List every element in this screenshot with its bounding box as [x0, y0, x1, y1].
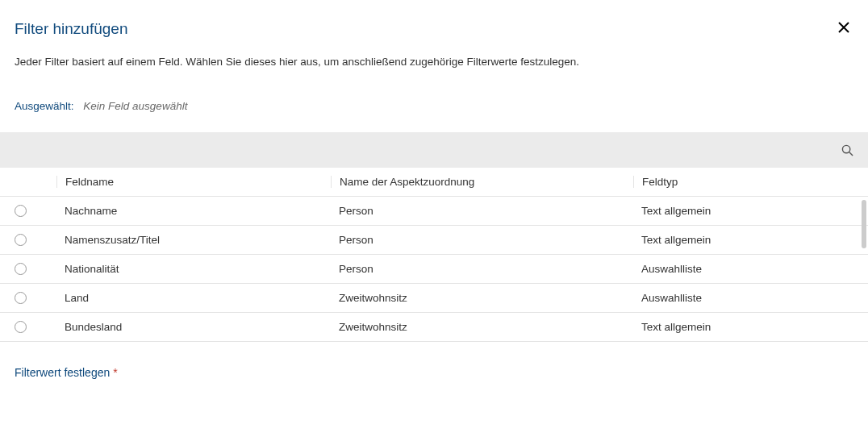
header-aspect: Name der Aspektzuordnung	[331, 176, 633, 188]
header-name: Feldname	[56, 176, 331, 188]
table-row[interactable]: Nachname Person Text allgemein	[0, 197, 868, 226]
cell-aspect: Zweitwohnsitz	[331, 292, 633, 304]
table-row[interactable]: Nationalität Person Auswahlliste	[0, 255, 868, 284]
table-header-row: Feldname Name der Aspektzuordnung Feldty…	[0, 168, 868, 197]
cell-type: Text allgemein	[633, 234, 868, 246]
header-radio-col	[0, 176, 56, 188]
scrollbar[interactable]	[862, 200, 866, 248]
radio-select[interactable]	[15, 205, 27, 217]
dialog-header: Filter hinzufügen	[0, 0, 868, 48]
search-bar[interactable]	[0, 132, 868, 168]
selection-label: Ausgewählt:	[15, 100, 74, 112]
selection-row: Ausgewählt: Kein Feld ausgewählt	[0, 92, 868, 132]
cell-type: Auswahlliste	[633, 292, 868, 304]
section-filterwert: Filterwert festlegen *	[0, 342, 868, 387]
selection-value: Kein Feld ausgewählt	[83, 100, 187, 112]
table-row[interactable]: Namenszusatz/Titel Person Text allgemein	[0, 226, 868, 255]
cell-aspect: Person	[331, 205, 633, 217]
cell-name: Namenszusatz/Titel	[56, 234, 331, 246]
section-title-text: Filterwert festlegen	[15, 366, 110, 379]
table-row[interactable]: Bundesland Zweitwohnsitz Text allgemein	[0, 313, 868, 342]
radio-select[interactable]	[15, 263, 27, 275]
table-row[interactable]: Land Zweitwohnsitz Auswahlliste	[0, 284, 868, 313]
cell-type: Auswahlliste	[633, 263, 868, 275]
cell-name: Nationalität	[56, 263, 331, 275]
required-indicator: *	[113, 366, 117, 379]
cell-type: Text allgemein	[633, 205, 868, 217]
header-type: Feldtyp	[633, 176, 868, 188]
cell-type: Text allgemein	[633, 321, 868, 333]
close-button[interactable]	[834, 18, 853, 40]
radio-select[interactable]	[15, 321, 27, 333]
field-table: Feldname Name der Aspektzuordnung Feldty…	[0, 168, 868, 342]
cell-aspect: Zweitwohnsitz	[331, 321, 633, 333]
cell-name: Nachname	[56, 205, 331, 217]
radio-select[interactable]	[15, 292, 27, 304]
search-icon[interactable]	[841, 144, 853, 156]
filter-dialog: Filter hinzufügen Jeder Filter basiert a…	[0, 0, 868, 437]
close-icon	[837, 21, 850, 36]
cell-aspect: Person	[331, 263, 633, 275]
radio-select[interactable]	[15, 234, 27, 246]
cell-name: Land	[56, 292, 331, 304]
svg-point-0	[842, 145, 849, 152]
cell-name: Bundesland	[56, 321, 331, 333]
dialog-description: Jeder Filter basiert auf einem Feld. Wäh…	[0, 48, 868, 92]
cell-aspect: Person	[331, 234, 633, 246]
dialog-title: Filter hinzufügen	[15, 20, 127, 38]
